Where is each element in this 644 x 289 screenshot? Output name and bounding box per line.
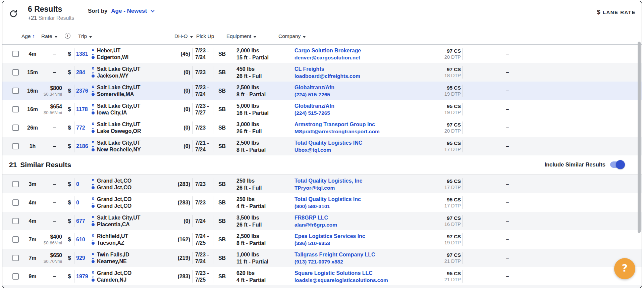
company-name-link[interactable]: Total Quality Logistics INC — [294, 139, 439, 146]
company-contact-link[interactable]: MSpratt@armstrongtransport.com — [294, 128, 439, 135]
company-contact-link[interactable]: TPryor@tql.com — [294, 184, 439, 191]
sort-by-dropdown[interactable]: Sort by Age - Newest — [88, 8, 154, 14]
load-result-row[interactable]: 7m $400 $0.66*/mi $ 610 Richfield,UT Tuc… — [2, 230, 642, 249]
destination-dot-icon — [92, 56, 95, 59]
load-result-row[interactable]: 7m $650 $0.70*/mi $ 929 Twin Falls,ID Ke… — [2, 249, 642, 267]
destination-dot-icon — [92, 242, 95, 245]
company-contact-link[interactable]: (336) 510-6353 — [294, 240, 439, 247]
company-contact-link[interactable]: alan@fr8grp.com — [294, 221, 439, 228]
load-result-row[interactable]: 15m – $ 284 Salt Lake City,UT Jackson,WY… — [2, 63, 642, 82]
trip-miles-link[interactable]: 0 — [74, 193, 89, 212]
trip-miles-link[interactable]: 929 — [74, 249, 89, 267]
trip-miles-link[interactable]: 772 — [74, 118, 89, 137]
rate-dollar-icon[interactable]: $ — [65, 267, 74, 286]
rate-dollar-icon[interactable]: $ — [65, 212, 74, 230]
row-checkbox[interactable] — [12, 218, 19, 224]
company-contact-link[interactable]: (224) 515-7265 — [294, 91, 439, 98]
column-dho[interactable]: DH-O — [174, 33, 193, 39]
trip-miles-link[interactable]: 284 — [74, 63, 89, 82]
company-name-link[interactable]: Square Logistic Solutions LLC — [294, 270, 439, 277]
route-dashed-line — [93, 237, 93, 239]
rate-dollar-icon[interactable]: $ — [65, 100, 74, 118]
company-name-link[interactable]: Armstrong Transport Group Inc — [294, 121, 439, 128]
vertical-scrollbar-thumb[interactable] — [638, 42, 641, 233]
row-checkbox[interactable] — [12, 69, 19, 76]
row-checkbox[interactable] — [12, 199, 19, 206]
row-checkbox[interactable] — [12, 255, 19, 261]
row-checkbox[interactable] — [12, 51, 19, 57]
company-name-link[interactable]: Tallgrass Freight Company LLC — [294, 251, 439, 258]
load-result-row[interactable]: 26m – $ 772 Salt Lake City,UT Lake Osweg… — [2, 118, 642, 137]
company-name-link[interactable]: Total Quality Logistics Inc — [294, 196, 439, 203]
include-similar-toggle[interactable] — [610, 161, 624, 168]
company-contact-link[interactable]: denver@cargosolution.net — [294, 54, 439, 61]
rate-dollar-icon[interactable]: $ — [65, 193, 74, 212]
company-name-link[interactable]: Globaltranz/Afn — [294, 84, 439, 91]
trip-miles-link[interactable]: 2376 — [74, 82, 89, 100]
row-checkbox[interactable] — [12, 143, 19, 149]
company-name-link[interactable]: Epes Logistics Services Inc — [294, 233, 439, 240]
destination-dot-icon — [92, 223, 95, 226]
column-pickup[interactable]: Pick Up — [196, 33, 214, 39]
rate-dollar-icon[interactable]: $ — [65, 249, 74, 267]
column-trip[interactable]: Trip — [78, 33, 92, 39]
load-result-row[interactable]: 4m – $ 677 Salt Lake City,UT Placentia,C… — [2, 212, 642, 230]
company-contact-link[interactable]: Ubox@tql.com — [294, 146, 439, 153]
origin-circle-icon — [92, 197, 94, 200]
trip-miles-link[interactable]: 1178 — [74, 100, 89, 118]
row-checkbox[interactable] — [12, 88, 19, 94]
load-result-row[interactable]: 1h – $ 2186 Salt Lake City,UT New Rochel… — [2, 137, 642, 155]
company-contact-link[interactable]: loadboard@clfreights.com — [294, 73, 439, 80]
load-result-row[interactable]: 9m – $ 1979 Grand Jct,CO Camden,NJ (283)… — [2, 267, 642, 286]
lane-rate-button[interactable]: $LANE RATE — [597, 9, 636, 16]
load-result-row[interactable]: 4m – $ 1381 Heber,UT Edgerton,WI (45) 7/… — [2, 45, 642, 63]
trip-miles-link[interactable]: 1381 — [74, 45, 89, 63]
column-rate[interactable]: Rate — [41, 33, 57, 39]
company-name-link[interactable]: CL Freights — [294, 65, 439, 73]
rate-dollar-icon[interactable]: $ — [65, 175, 74, 193]
trip-miles-link[interactable]: 2186 — [74, 137, 89, 155]
rate-dollar-icon[interactable]: $ — [65, 63, 74, 82]
company-name-link[interactable]: Total Quality Logistics, Inc — [294, 177, 439, 184]
company-contact-link[interactable]: (913) 721-0079 x882 — [294, 258, 439, 265]
row-checkbox[interactable] — [12, 125, 19, 131]
column-company[interactable]: Company — [278, 33, 306, 39]
company-name-link[interactable]: Cargo Solution Brokerage — [294, 47, 439, 54]
pickup-date-start: 7/23 — [195, 181, 214, 188]
weight-length-cell: 250 lbs 26 ft - Full — [230, 175, 288, 193]
load-result-row[interactable]: 16m $800 $0.34*/mi $ 2376 Salt Lake City… — [2, 82, 642, 100]
company-name-link[interactable]: Globaltranz/Afn — [294, 102, 439, 109]
row-checkbox[interactable] — [12, 106, 19, 112]
row-checkbox[interactable] — [12, 181, 19, 187]
trip-miles-link[interactable]: 1979 — [74, 267, 89, 286]
pickup-date-end: 7/25 — [195, 277, 214, 283]
trip-miles-link[interactable]: 0 — [74, 175, 89, 193]
info-icon[interactable]: i — [65, 33, 70, 39]
load-result-row[interactable]: 16m $654 $0.56*/mi $ 1178 Salt Lake City… — [2, 100, 642, 118]
trip-miles-link[interactable]: 610 — [74, 230, 89, 249]
rate-dollar-icon[interactable]: $ — [65, 82, 74, 100]
column-age[interactable]: Age↑ — [21, 33, 35, 39]
rate-dollar-icon[interactable]: $ — [65, 45, 74, 63]
rate-cell: $654 $0.56*/mi — [44, 100, 65, 118]
checkbox-cell — [2, 63, 21, 82]
company-contact-link[interactable]: (800) 580-3101 — [294, 203, 439, 210]
days-to-pay-value: 19 DTP — [439, 240, 461, 246]
row-checkbox[interactable] — [12, 236, 19, 243]
company-name-link[interactable]: FR8GRP LLC — [294, 214, 439, 221]
load-result-row[interactable]: 3m – $ 0 Grand Jct,CO Grand Jct,CO (283)… — [2, 175, 642, 193]
row-checkbox[interactable] — [12, 273, 19, 280]
company-contact-link[interactable]: loadsls@squarelogisticsolutions.com — [294, 277, 439, 284]
load-result-row[interactable]: 4m – $ 0 Grand Jct,CO Grand Jct,CO (283)… — [2, 193, 642, 212]
help-button[interactable]: ? — [614, 258, 635, 279]
company-contact-link[interactable]: (224) 515-7265 — [294, 109, 439, 116]
trip-miles-link[interactable]: 677 — [74, 212, 89, 230]
rate-dollar-icon[interactable]: $ — [65, 230, 74, 249]
rate-dollar-icon[interactable]: $ — [65, 118, 74, 137]
column-equipment[interactable]: Equipment — [226, 33, 256, 39]
refresh-icon[interactable] — [9, 9, 18, 18]
rate-dollar-icon[interactable]: $ — [65, 137, 74, 155]
pickup-dates: 7/23 - 7/27 — [192, 100, 214, 118]
destination-dot-icon — [92, 186, 95, 189]
destination-city: Jackson,WY — [97, 73, 161, 79]
